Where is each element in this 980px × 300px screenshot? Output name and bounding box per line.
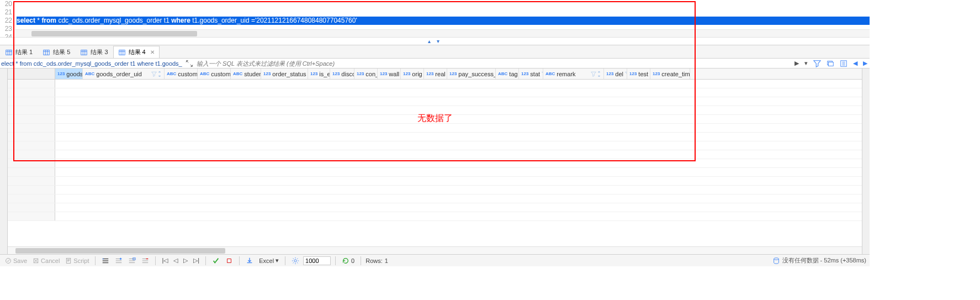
- splitter[interactable]: ▴ ▾: [0, 38, 870, 45]
- column-type-icon: ABC: [167, 71, 176, 76]
- prev-page-button[interactable]: ◁: [172, 256, 179, 265]
- column-name: pay_success_t: [458, 71, 496, 77]
- no-data-annotation: 无数据了: [417, 113, 453, 124]
- column-name: customer: [211, 71, 231, 77]
- filter-input[interactable]: [197, 60, 794, 67]
- column-type-icon: 123: [57, 71, 65, 76]
- column-header[interactable]: 123order_status: [261, 69, 308, 79]
- column-type-icon: ABC: [200, 71, 209, 76]
- column-name: wall: [389, 71, 399, 77]
- save-button[interactable]: Save: [3, 256, 29, 265]
- table-row: [8, 168, 862, 177]
- column-header[interactable]: 123con_: [354, 69, 378, 79]
- column-header[interactable]: 123test: [627, 69, 650, 79]
- result-grid: 123goodsABCgoods_order_uidABCcustomer_uA…: [0, 69, 870, 254]
- code-line[interactable]: [17, 0, 870, 8]
- rollback-button[interactable]: [224, 256, 235, 266]
- filter-history-icon[interactable]: [813, 60, 821, 67]
- column-header[interactable]: 123create_tim: [650, 69, 690, 79]
- commit-button[interactable]: [210, 256, 221, 266]
- svg-rect-5: [829, 62, 834, 66]
- prev-icon[interactable]: ◀: [853, 60, 857, 67]
- export-excel-button[interactable]: Excel ▾: [257, 256, 280, 265]
- svg-rect-2: [81, 50, 87, 55]
- export-button[interactable]: [244, 256, 255, 266]
- result-tab[interactable]: 结果 5: [38, 46, 75, 58]
- result-tab[interactable]: 结果 4✕: [113, 46, 160, 58]
- svg-point-10: [103, 258, 104, 259]
- scrollbar-thumb[interactable]: [31, 31, 197, 36]
- rows-value: 1: [385, 257, 388, 264]
- column-header[interactable]: 123wall: [378, 69, 401, 79]
- grid-horizontal-scrollbar[interactable]: [8, 246, 862, 254]
- column-type-icon: 123: [606, 71, 613, 76]
- column-type-icon: 123: [380, 71, 387, 76]
- column-header[interactable]: 123pay_success_t: [447, 69, 496, 79]
- result-tab[interactable]: 结果 3: [75, 46, 113, 58]
- column-header[interactable]: ABCtag: [496, 69, 519, 79]
- script-button[interactable]: Script: [63, 256, 91, 265]
- code-line[interactable]: select * from cdc_ods.order_mysql_goods_…: [17, 17, 870, 25]
- cancel-button[interactable]: Cancel: [31, 256, 61, 265]
- svg-rect-1: [44, 50, 50, 55]
- close-icon[interactable]: ✕: [150, 49, 155, 55]
- column-type-icon: 123: [332, 71, 340, 76]
- table-row: [8, 212, 862, 221]
- filter-dropdown-icon[interactable]: ▾: [804, 60, 808, 67]
- max-rows-input[interactable]: [303, 256, 331, 265]
- add-row-button[interactable]: [113, 256, 124, 266]
- settings-icon[interactable]: [840, 60, 847, 67]
- line-gutter: 2021222324: [0, 0, 15, 37]
- column-filter-icon[interactable]: [591, 71, 601, 77]
- code-line[interactable]: [17, 8, 870, 17]
- expand-icon[interactable]: [186, 60, 193, 67]
- column-filter-icon[interactable]: [151, 71, 162, 77]
- row-number-cell: [8, 186, 55, 194]
- pin-icon[interactable]: [827, 60, 834, 67]
- grid-side-handle[interactable]: [0, 69, 8, 254]
- column-name: real: [435, 71, 445, 77]
- status-message: 没有任何数据 - 52ms (+358ms): [782, 256, 867, 265]
- column-header[interactable]: ABCstuden_: [231, 69, 261, 79]
- table-row: [8, 159, 862, 168]
- svg-rect-9: [67, 258, 71, 263]
- table-row: [8, 80, 862, 88]
- row-number-cell: [8, 80, 55, 88]
- column-name: tag: [509, 71, 517, 77]
- settings-gear-icon[interactable]: [290, 256, 301, 266]
- svg-rect-0: [6, 50, 12, 55]
- column-header[interactable]: 123real: [424, 69, 447, 79]
- column-header[interactable]: 123stat: [519, 69, 543, 79]
- row-number-header[interactable]: [8, 69, 55, 79]
- grid-side-handle-right[interactable]: [862, 69, 870, 254]
- column-header[interactable]: 123is_e: [308, 69, 330, 79]
- code-area[interactable]: select * from cdc_ods.order_mysql_goods_…: [15, 0, 870, 37]
- query-preview: elect * from cdc_ods.order_mysql_goods_o…: [0, 60, 182, 67]
- column-header[interactable]: 123orig: [401, 69, 424, 79]
- last-page-button[interactable]: ▷|: [192, 256, 201, 265]
- next-page-button[interactable]: ▷: [182, 256, 189, 265]
- column-header[interactable]: 123goods: [55, 69, 83, 79]
- edit-mode-button[interactable]: [100, 256, 111, 266]
- first-page-button[interactable]: |◁: [160, 256, 169, 265]
- column-header[interactable]: 123del: [604, 69, 627, 79]
- column-header[interactable]: ABCgoods_order_uid: [83, 69, 165, 79]
- next-icon[interactable]: ▶: [863, 60, 867, 67]
- column-header[interactable]: ABCremark: [543, 69, 604, 79]
- refresh-button[interactable]: 0: [340, 256, 356, 266]
- column-name: con_: [365, 71, 378, 77]
- column-header[interactable]: ABCcustomer: [198, 69, 231, 79]
- delete-row-button[interactable]: [140, 256, 151, 266]
- scrollbar-thumb[interactable]: [15, 248, 225, 254]
- result-tab[interactable]: 结果 1: [0, 46, 38, 58]
- apply-filter-icon[interactable]: ▶: [794, 60, 799, 67]
- column-header[interactable]: 123disco: [330, 69, 354, 79]
- duplicate-row-button[interactable]: [126, 256, 137, 266]
- column-type-icon: 123: [263, 71, 271, 76]
- column-name: create_tim: [661, 71, 690, 77]
- column-name: goods: [66, 71, 83, 77]
- tab-label: 结果 3: [91, 48, 108, 56]
- editor-horizontal-scrollbar[interactable]: [15, 29, 870, 37]
- column-header[interactable]: ABCcustomer_u: [165, 69, 198, 79]
- sql-editor[interactable]: 2021222324 select * from cdc_ods.order_m…: [0, 0, 870, 38]
